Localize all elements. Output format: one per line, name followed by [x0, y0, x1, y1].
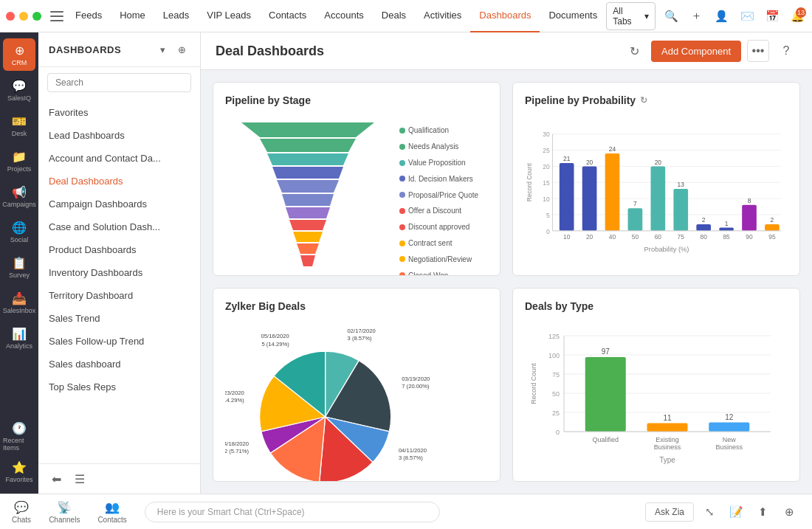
help-icon[interactable]: ? [775, 40, 797, 62]
svg-rect-37 [651, 166, 666, 230]
svg-text:New: New [723, 436, 737, 443]
svg-text:20: 20 [655, 159, 662, 166]
nav-sidebar-item-territory-dashboard[interactable]: Territory Dashboard [38, 284, 200, 307]
nav-sidebar-add-icon[interactable]: ⊕ [173, 41, 190, 58]
email-icon[interactable]: ✉️ [737, 6, 757, 27]
nav-sidebar-item-lead-dashboards[interactable]: Lead Dashboards [38, 124, 200, 147]
close-button[interactable] [6, 12, 15, 21]
nav-sidebar-item-case-and-solution-dash[interactable]: Case and Solution Dash... [38, 215, 200, 238]
funnel-label-item: Offer a Discount [399, 207, 488, 215]
nav-item-leads[interactable]: Leads [154, 0, 198, 32]
bottom-note-icon[interactable]: 📝 [725, 501, 747, 523]
all-tabs-button[interactable]: All Tabs ▾ [606, 2, 656, 30]
nav-sidebar-item-inventory-dashboards[interactable]: Inventory Dashboards [38, 261, 200, 284]
nav-sidebar-item-favorites[interactable]: Favorites [38, 101, 200, 124]
sidebar-item-campaigns[interactable]: 📢Campaigns [3, 180, 35, 212]
nav-sidebar-item-sales-trend[interactable]: Sales Trend [38, 307, 200, 330]
funnel-dot [399, 241, 405, 246]
chats-button[interactable]: 💬 Chats [12, 500, 31, 524]
nav-item-documents[interactable]: Documents [540, 0, 606, 32]
search-input[interactable] [47, 73, 191, 92]
svg-text:50: 50 [632, 233, 639, 241]
nav-sidebar-item-product-dashboards[interactable]: Product Dashboards [38, 238, 200, 261]
svg-text:7: 7 [633, 200, 637, 207]
funnel-dot [399, 176, 405, 181]
svg-marker-5 [282, 194, 334, 206]
refresh-icon[interactable]: ↻ [623, 40, 645, 62]
traffic-lights [6, 12, 41, 21]
sidebar-item-projects[interactable]: 📁Projects [3, 145, 35, 177]
chats-icon: 💬 [14, 500, 29, 514]
svg-text:04/18/2020: 04/18/2020 [225, 440, 249, 447]
svg-text:25: 25 [552, 409, 560, 417]
contacts-icon[interactable]: 👤 [712, 6, 732, 27]
sidebar-collapse-icon[interactable]: ⬅ [47, 470, 65, 488]
svg-text:25: 25 [543, 147, 550, 154]
channels-button[interactable]: 📡 Channels [49, 500, 80, 524]
nav-sidebar-chevron-icon[interactable]: ▾ [154, 41, 171, 58]
contacts-bottom-button[interactable]: 👥 Contacts [97, 500, 126, 524]
nav-sidebar-item-sales-dashboard[interactable]: Sales dashboard [38, 353, 200, 376]
sidebar-item-analytics[interactable]: 📊Analytics [3, 322, 35, 354]
add-component-button[interactable]: Add Component [651, 41, 741, 62]
svg-text:5 (14.29%): 5 (14.29%) [225, 397, 244, 404]
maximize-button[interactable] [32, 12, 41, 21]
sidebar-item-salesinbox[interactable]: 📥SalesInbox [3, 286, 35, 319]
nav-sidebar-item-top-sales-reps[interactable]: Top Sales Reps [38, 376, 200, 398]
nav-item-accounts[interactable]: Accounts [315, 0, 372, 32]
nav-sidebar-item-account-and-contact-da[interactable]: Account and Contact Da... [38, 147, 200, 170]
bottom-more-icon[interactable]: ⊕ [778, 501, 800, 523]
nav-sidebar-item-sales-follow-up-trend[interactable]: Sales Follow-up Trend [38, 330, 200, 353]
sidebar-item-desk[interactable]: 🎫Desk [3, 109, 35, 142]
bottom-upload-icon[interactable]: ⬆ [751, 501, 774, 523]
add-icon[interactable]: ＋ [687, 6, 706, 27]
funnel-dot [399, 256, 405, 262]
minimize-button[interactable] [19, 12, 28, 21]
nav-item-feeds[interactable]: Feeds [66, 0, 111, 32]
svg-text:11: 11 [663, 414, 672, 422]
svg-text:8: 8 [748, 197, 751, 204]
svg-text:Qualified: Qualified [592, 436, 619, 443]
nav-item-contacts[interactable]: Contacts [260, 0, 315, 32]
svg-text:10: 10 [563, 233, 571, 241]
ask-zia-button[interactable]: Ask Zia [645, 502, 694, 522]
nav-item-home[interactable]: Home [111, 0, 154, 32]
nav-sidebar-item-campaign-dashboards[interactable]: Campaign Dashboards [38, 193, 200, 215]
svg-rect-87 [585, 357, 626, 432]
sidebar-list-icon[interactable]: ☰ [71, 470, 89, 488]
sidebar-item-survey[interactable]: 📋Survey [3, 251, 35, 283]
funnel-label-item: Contract sent [399, 239, 488, 247]
svg-text:40: 40 [609, 233, 616, 241]
search-icon[interactable]: 🔍 [661, 6, 681, 27]
svg-rect-31 [605, 153, 620, 231]
nav-item-activities[interactable]: Activities [415, 0, 470, 32]
pipeline-probability-card: Pipeline by Probability ↻ 05101520253021… [512, 82, 800, 276]
notifications-icon[interactable]: 🔔 13 [788, 6, 808, 27]
funnel-label-item: Negotiation/Review [399, 255, 488, 263]
nav-item-dashboards[interactable]: Dashboards [470, 0, 540, 32]
bottom-expand-icon[interactable]: ⤡ [698, 501, 720, 523]
svg-rect-25 [560, 163, 574, 231]
nav-sidebar-item-deal-dashboards[interactable]: Deal Dashboards [38, 170, 200, 193]
svg-text:90: 90 [746, 233, 753, 241]
refresh-small-icon[interactable]: ↻ [640, 95, 647, 106]
svg-text:1: 1 [725, 220, 729, 227]
menu-icon[interactable] [50, 6, 63, 27]
smart-chat-input[interactable]: Here is your Smart Chat (Ctrl+Space) [145, 502, 440, 522]
sidebar-bottom-recent-items[interactable]: 🕐Recent Items [3, 420, 35, 452]
more-options-icon[interactable]: ••• [747, 40, 769, 62]
pipeline-stage-card: Pipeline by Stage [213, 82, 500, 276]
deals-type-card: Deals by Type 025507510012597Qualified11… [512, 288, 800, 482]
nav-item-vip-leads[interactable]: VIP Leads [198, 0, 260, 32]
svg-text:97: 97 [602, 348, 610, 356]
sidebar-item-crm[interactable]: ⊕CRM [3, 38, 35, 71]
svg-text:Type: Type [659, 456, 675, 464]
nav-sidebar-actions: ▾ ⊕ [154, 41, 190, 58]
funnel-dot [399, 128, 405, 134]
calendar-icon[interactable]: 📅 [763, 6, 782, 27]
sidebar-item-social[interactable]: 🌐Social [3, 215, 35, 248]
nav-item-deals[interactable]: Deals [373, 0, 415, 32]
sidebar-bottom-favorites[interactable]: ⭐Favorites [3, 455, 35, 488]
sidebar-item-salesiq[interactable]: 💬SalesIQ [3, 74, 35, 106]
svg-marker-9 [297, 243, 319, 254]
